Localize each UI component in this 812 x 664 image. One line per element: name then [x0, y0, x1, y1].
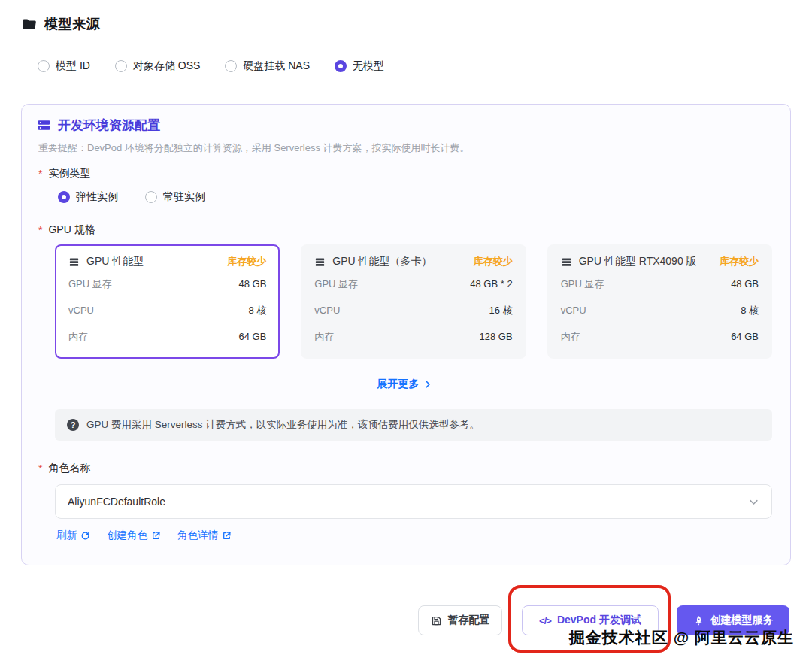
radio-icon: [145, 191, 157, 203]
spec-label: 内存: [561, 330, 580, 344]
server-icon: [314, 256, 326, 268]
radio-no-model[interactable]: 无模型: [335, 59, 384, 73]
spec-value: 128 GB: [480, 331, 513, 342]
spec-value: 48 GB * 2: [470, 278, 512, 290]
role-name-label: * 角色名称: [38, 462, 772, 475]
rocket-icon: [693, 615, 704, 626]
role-selected-value: AliyunFCDefaultRole: [68, 496, 165, 508]
spec-value: 8 核: [248, 304, 266, 317]
spec-value: 48 GB: [238, 278, 266, 290]
spec-row: GPU 显存 48 GB * 2: [314, 271, 512, 297]
radio-icon: [38, 60, 50, 72]
role-select[interactable]: AliyunFCDefaultRole: [55, 484, 772, 519]
spec-row: 内存 128 GB: [314, 323, 512, 350]
role-links: 刷新 创建角色 角色详情: [56, 529, 772, 542]
gpu-spec-cards: GPU 性能型 库存较少 GPU 显存 48 GB vCPU 8 核 内存 64…: [55, 244, 772, 359]
spec-label: 内存: [314, 330, 334, 344]
save-button-label: 暂存配置: [448, 614, 490, 627]
radio-label: 对象存储 OSS: [133, 59, 200, 73]
spec-row: 内存 64 GB: [68, 323, 266, 350]
page-title: 模型来源: [44, 15, 100, 33]
field-label-text: GPU 规格: [48, 223, 95, 237]
radio-elastic-instance[interactable]: 弹性实例: [58, 190, 118, 204]
gpu-card-performance-multi[interactable]: GPU 性能型（多卡） 库存较少 GPU 显存 48 GB * 2 vCPU 1…: [301, 244, 526, 359]
expand-more-link[interactable]: 展开更多: [377, 377, 432, 391]
spec-value: 16 核: [489, 304, 513, 317]
gpu-card-title: GPU 性能型（多卡）: [332, 255, 466, 268]
spec-label: vCPU: [68, 305, 94, 316]
dev-env-panel: 开发环境资源配置 重要提醒：DevPod 环境将分配独立的计算资源，采用 Ser…: [21, 104, 791, 565]
gpu-card-header: GPU 性能型 库存较少: [68, 255, 266, 268]
create-role-link[interactable]: 创建角色: [107, 529, 161, 542]
gpu-card-header: GPU 性能型（多卡） 库存较少: [314, 255, 512, 268]
gpu-card-title: GPU 性能型 RTX4090 版: [579, 255, 713, 268]
external-link-icon: [222, 531, 232, 541]
gpu-card-performance[interactable]: GPU 性能型 库存较少 GPU 显存 48 GB vCPU 8 核 内存 64…: [55, 244, 280, 359]
gpu-card-header: GPU 性能型 RTX4090 版 库存较少: [561, 255, 759, 268]
role-details-link-label: 角色详情: [177, 529, 218, 542]
gpu-card-title: GPU 性能型: [86, 255, 220, 268]
spec-label: vCPU: [314, 305, 340, 316]
spec-row: vCPU 8 核: [68, 297, 266, 323]
radio-label: 硬盘挂载 NAS: [243, 59, 310, 73]
expand-more-row: 展开更多: [37, 377, 772, 391]
radio-icon: [335, 60, 347, 72]
important-notice: 重要提醒：DevPod 环境将分配独立的计算资源，采用 Serverless 计…: [38, 141, 772, 155]
radio-model-id[interactable]: 模型 ID: [38, 59, 90, 73]
model-source-options: 模型 ID 对象存储 OSS 硬盘挂载 NAS 无模型: [38, 59, 384, 73]
code-icon: </>: [539, 615, 551, 626]
radio-icon: [58, 191, 70, 203]
spec-label: vCPU: [561, 305, 586, 316]
stock-badge: 库存较少: [720, 255, 759, 268]
field-label-text: 角色名称: [48, 462, 90, 475]
stock-badge: 库存较少: [227, 255, 266, 268]
spec-label: 内存: [68, 330, 88, 344]
required-marker: *: [38, 462, 42, 475]
save-icon: [431, 615, 442, 626]
create-button-label: 创建模型服务: [710, 614, 774, 627]
required-marker: *: [38, 224, 42, 236]
refresh-icon: [80, 531, 90, 541]
folder-icon: [21, 17, 37, 32]
instance-type-options: 弹性实例 常驻实例: [58, 190, 772, 204]
spec-row: vCPU 16 核: [314, 297, 512, 323]
radio-icon: [225, 60, 237, 72]
gpu-card-rtx4090[interactable]: GPU 性能型 RTX4090 版 库存较少 GPU 显存 48 GB vCPU…: [547, 244, 772, 359]
spec-value: 64 GB: [731, 331, 759, 342]
gpu-spec-label: * GPU 规格: [38, 223, 772, 237]
page-header: 模型来源: [21, 15, 100, 33]
refresh-link-label: 刷新: [56, 529, 77, 542]
resource-config-icon: [37, 118, 51, 132]
server-icon: [561, 256, 572, 268]
save-config-button[interactable]: 暂存配置: [418, 605, 502, 635]
create-role-link-label: 创建角色: [107, 529, 147, 542]
fee-notice-text: GPU 费用采用 Serverless 计费方式，以实际业务使用为准，该预估费用…: [86, 418, 480, 432]
page: 模型来源 模型 ID 对象存储 OSS 硬盘挂载 NAS 无模型 开发环境资源配…: [0, 0, 812, 664]
required-marker: *: [38, 168, 42, 180]
spec-label: GPU 显存: [314, 277, 358, 291]
refresh-link[interactable]: 刷新: [56, 529, 90, 542]
spec-label: GPU 显存: [68, 277, 112, 291]
devpod-button-label: DevPod 开发调试: [557, 614, 641, 627]
spec-row: GPU 显存 48 GB: [561, 271, 759, 297]
spec-row: GPU 显存 48 GB: [68, 271, 266, 297]
fee-notice-bar: ? GPU 费用采用 Serverless 计费方式，以实际业务使用为准，该预估…: [55, 409, 772, 441]
radio-label: 常驻实例: [163, 190, 205, 204]
radio-label: 弹性实例: [76, 190, 118, 204]
spec-row: 内存 64 GB: [561, 323, 759, 350]
chevron-right-icon: [423, 380, 432, 389]
radio-nas[interactable]: 硬盘挂载 NAS: [225, 59, 310, 73]
spec-value: 48 GB: [731, 278, 759, 290]
panel-title: 开发环境资源配置: [58, 117, 160, 134]
spec-row: vCPU 8 核: [561, 297, 759, 323]
instance-type-label: * 实例类型: [38, 167, 772, 180]
help-icon: ?: [67, 419, 79, 431]
spec-value: 64 GB: [238, 331, 266, 342]
radio-resident-instance[interactable]: 常驻实例: [145, 190, 205, 204]
panel-title-row: 开发环境资源配置: [37, 117, 772, 134]
spec-value: 8 核: [741, 304, 759, 317]
expand-more-label: 展开更多: [377, 377, 420, 391]
chevron-down-icon: [748, 496, 759, 508]
role-details-link[interactable]: 角色详情: [177, 529, 232, 542]
radio-oss[interactable]: 对象存储 OSS: [115, 59, 200, 73]
